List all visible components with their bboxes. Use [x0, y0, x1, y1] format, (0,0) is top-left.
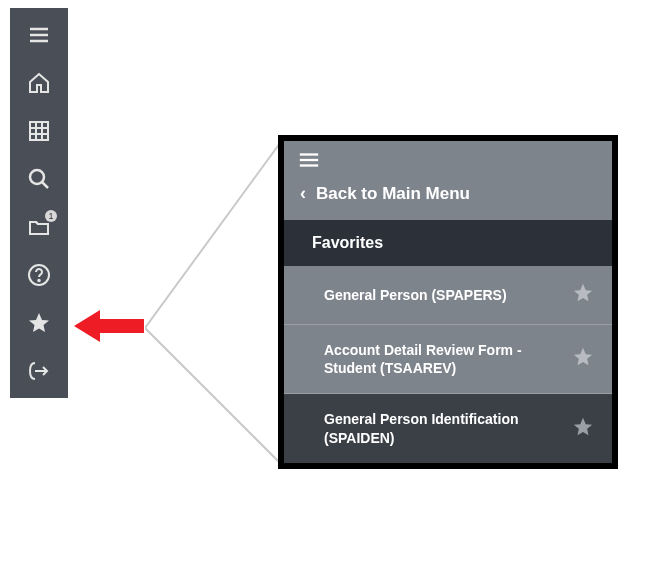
favorites-header: Favorites	[284, 220, 612, 266]
favorite-star-button[interactable]	[572, 416, 594, 442]
sidebar-item-favorites[interactable]	[19, 310, 59, 340]
svg-line-14	[145, 143, 280, 328]
folder-badge: 1	[45, 210, 57, 222]
help-icon	[27, 263, 51, 291]
svg-point-11	[38, 280, 40, 282]
search-icon	[27, 167, 51, 195]
favorites-item[interactable]: General Person Identification (SPAIDEN)	[284, 394, 612, 462]
signout-icon	[27, 359, 51, 387]
sidebar-item-signout[interactable]	[19, 358, 59, 388]
sidebar-item-search[interactable]	[19, 166, 59, 196]
favorites-item-label: General Person Identification (SPAIDEN)	[324, 410, 524, 446]
favorites-item-label: General Person (SPAPERS)	[324, 286, 507, 304]
svg-marker-13	[74, 310, 144, 342]
svg-point-8	[30, 170, 44, 184]
hamburger-icon	[298, 155, 320, 172]
favorites-item[interactable]: General Person (SPAPERS)	[284, 266, 612, 325]
svg-line-15	[145, 328, 280, 463]
callout-arrow	[74, 308, 144, 344]
sidebar-item-folder[interactable]: 1	[19, 214, 59, 244]
grid-icon	[27, 119, 51, 147]
favorites-list: General Person (SPAPERS) Account Detail …	[284, 266, 612, 463]
star-icon	[572, 424, 594, 441]
favorites-item[interactable]: Account Detail Review Form - Student (TS…	[284, 325, 612, 394]
sidebar-item-apps[interactable]	[19, 118, 59, 148]
favorite-star-button[interactable]	[572, 282, 594, 308]
chevron-left-icon: ‹	[300, 183, 306, 204]
main-sidebar: 1	[10, 8, 68, 398]
back-to-main-button[interactable]: ‹ Back to Main Menu	[298, 181, 598, 214]
back-label: Back to Main Menu	[316, 184, 470, 204]
callout-lines	[145, 138, 280, 468]
favorites-panel: ‹ Back to Main Menu Favorites General Pe…	[278, 135, 618, 469]
star-icon	[572, 354, 594, 371]
sidebar-item-help[interactable]	[19, 262, 59, 292]
star-icon	[27, 311, 51, 339]
sidebar-item-menu[interactable]	[19, 22, 59, 52]
svg-rect-3	[30, 122, 48, 140]
favorites-item-label: Account Detail Review Form - Student (TS…	[324, 341, 524, 377]
svg-line-9	[42, 182, 48, 188]
panel-menu-button[interactable]	[298, 151, 598, 173]
panel-header: ‹ Back to Main Menu	[284, 141, 612, 220]
star-icon	[572, 290, 594, 307]
home-icon	[27, 71, 51, 99]
hamburger-icon	[27, 23, 51, 51]
favorite-star-button[interactable]	[572, 346, 594, 372]
sidebar-item-home[interactable]	[19, 70, 59, 100]
